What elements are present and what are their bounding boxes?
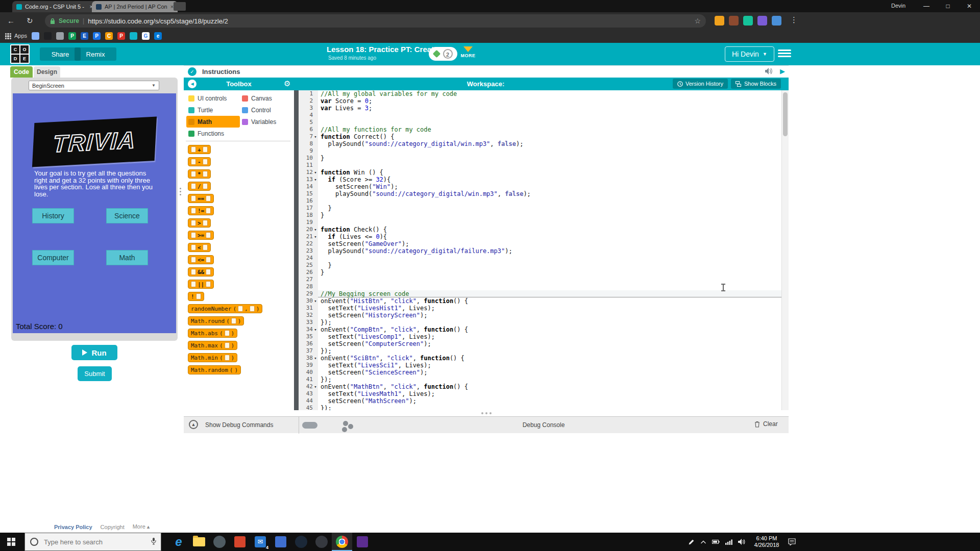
code-line[interactable]: 39 setText("LivesSci1", Lives);	[299, 362, 789, 369]
taskbar-app-red-icon[interactable]	[230, 533, 250, 551]
extension-icon[interactable]	[743, 16, 753, 26]
toolbox-category-variables[interactable]: Variables	[240, 116, 292, 128]
show-blocks-button[interactable]: Show Blocks	[731, 79, 781, 89]
app-button-science[interactable]: Science	[106, 208, 148, 223]
privacy-policy-link[interactable]: Privacy Policy	[54, 524, 92, 530]
speaker-icon[interactable]	[738, 539, 745, 545]
bookmark-icon[interactable]: P	[117, 32, 125, 40]
code-line[interactable]: 19	[299, 219, 789, 226]
bookmark-icon[interactable]: e	[154, 32, 162, 40]
bookmark-star-icon[interactable]: ☆	[694, 17, 701, 25]
toolbox-block[interactable]: ==	[188, 194, 214, 203]
taskbar-clock[interactable]: 6:40 PM 4/26/2018	[751, 535, 782, 548]
screen-select[interactable]: BeginScreen ▼	[29, 81, 159, 90]
extension-icon[interactable]	[757, 16, 767, 26]
toolbox-block[interactable]: <	[188, 243, 211, 252]
editor-debug-resize-handle[interactable]	[184, 410, 789, 416]
taskbar-search[interactable]	[24, 533, 161, 551]
microphone-icon[interactable]	[151, 537, 157, 547]
code-line[interactable]: 32 setScreen("HistoryScreen");	[299, 312, 789, 319]
code-line[interactable]: 35 setText("LivesComp1", Lives);	[299, 333, 789, 340]
toolbox-block[interactable]: &&	[188, 267, 214, 277]
gear-icon[interactable]: ⚙	[284, 79, 290, 88]
window-maximize-button[interactable]: □	[937, 0, 959, 12]
toolbox-block[interactable]: Math.abs()	[188, 329, 237, 338]
toolbox-block[interactable]: +	[188, 145, 211, 154]
toolbox-block[interactable]: <=	[188, 255, 214, 264]
taskbar-edge-icon[interactable]: e	[168, 533, 189, 551]
fold-arrow-icon[interactable]: ▾	[313, 169, 318, 176]
toolbox-category-ui-controls[interactable]: UI controls	[186, 92, 240, 104]
code-line[interactable]: 14 setScreen("Win");	[299, 183, 789, 190]
toolbox-category-control[interactable]: Control	[240, 104, 292, 116]
code-line[interactable]: 34▾onEvent("CompBtn", "click", function(…	[299, 326, 789, 333]
code-org-logo[interactable]: CODE	[10, 44, 30, 64]
bookmark-icon[interactable]: G	[142, 32, 150, 40]
code-line[interactable]: 17 }	[299, 205, 789, 212]
app-button-history[interactable]: History	[32, 208, 74, 223]
toolbox-block[interactable]: Math.max()	[188, 341, 237, 350]
window-close-button[interactable]: ✕	[959, 0, 980, 12]
code-line[interactable]: 25 }	[299, 262, 789, 269]
toolbox-block[interactable]: -	[188, 157, 211, 166]
clear-console-button[interactable]: Clear	[754, 420, 778, 428]
show-debug-commands-label[interactable]: Show Debug Commands	[205, 421, 273, 429]
bookmark-icon[interactable]	[56, 32, 64, 40]
toolbox-block[interactable]: *	[188, 169, 211, 179]
toolbox-block[interactable]: !	[188, 292, 204, 301]
play-instructions-icon[interactable]: ▶	[780, 67, 785, 75]
url-text[interactable]: https://studio.code.org/s/csp5/stage/18/…	[88, 17, 228, 25]
refresh-icon[interactable]: ↻	[27, 16, 33, 26]
bookmark-icon[interactable]	[32, 32, 39, 40]
fold-arrow-icon[interactable]: ▾	[313, 383, 318, 390]
bookmark-icon[interactable]: E	[81, 32, 88, 40]
code-editor[interactable]: 1//All my global variables for my code2v…	[299, 90, 789, 410]
taskbar-app-dark-icon[interactable]	[311, 533, 332, 551]
code-line[interactable]: 45});	[299, 405, 789, 410]
panel-resize-grip[interactable]	[179, 184, 182, 199]
bookmark-icon[interactable]: P	[68, 32, 76, 40]
notification-center-icon[interactable]	[788, 538, 796, 545]
instructions-icon[interactable]: ✓	[188, 67, 197, 76]
code-line[interactable]: 31 setText("LivesHist1", Lives);	[299, 305, 789, 312]
user-menu-button[interactable]: Hi Devin ▼	[725, 46, 774, 62]
network-icon[interactable]	[725, 539, 732, 545]
code-line[interactable]: 41});	[299, 376, 789, 383]
hamburger-menu-icon[interactable]	[778, 49, 791, 57]
toolbox-block[interactable]: >	[188, 218, 211, 228]
code-line[interactable]: 28	[299, 283, 789, 290]
code-line[interactable]: 44 setScreen("MathScreen");	[299, 397, 789, 405]
taskbar-mail-icon[interactable]: ✉4	[250, 533, 271, 551]
code-line[interactable]: 5	[299, 119, 789, 126]
code-line[interactable]: 20▾function Check() {	[299, 226, 789, 233]
fold-arrow-icon[interactable]: ▾	[313, 133, 318, 140]
code-line[interactable]: 21▾ if (Lives <= 0){	[299, 233, 789, 240]
back-icon[interactable]: ←	[7, 16, 15, 26]
code-line[interactable]: 10}	[299, 155, 789, 162]
code-line[interactable]: 29//My Begging screen code	[299, 290, 789, 297]
taskbar-app-gray-icon[interactable]	[209, 533, 230, 551]
toolbox-block[interactable]: Math.round()	[188, 316, 244, 325]
browser-tab-inactive[interactable]: AP | 2nd Period | AP Con ×	[92, 1, 178, 12]
taskbar-chrome-icon[interactable]	[332, 533, 352, 551]
search-input[interactable]	[43, 538, 139, 546]
new-tab-button[interactable]	[174, 2, 186, 11]
code-line[interactable]: 26}	[299, 269, 789, 276]
fold-arrow-icon[interactable]: ▾	[313, 297, 318, 305]
show-debug-toggle-icon[interactable]: ▲	[189, 420, 198, 429]
code-line[interactable]: 6//All my functions for my code	[299, 126, 789, 133]
toolbox-block[interactable]: randomNumber(,)	[188, 304, 262, 313]
toolbox-category-canvas[interactable]: Canvas	[240, 92, 292, 104]
bookmark-icon[interactable]	[130, 32, 137, 40]
bookmark-icon[interactable]: C	[105, 32, 113, 40]
code-line[interactable]: 11	[299, 162, 789, 169]
submit-button[interactable]: Submit	[78, 366, 112, 381]
code-line[interactable]: 9	[299, 147, 789, 155]
code-line[interactable]: 13▾ if (Score >= 32){	[299, 176, 789, 183]
code-line[interactable]: 15 playSound("sound://category_digital/w…	[299, 190, 789, 197]
browser-menu-icon[interactable]: ⋮	[790, 15, 798, 24]
code-line[interactable]: 40 setScreen("ScienceScreen");	[299, 369, 789, 376]
battery-icon[interactable]	[712, 539, 720, 544]
code-line[interactable]: 27	[299, 276, 789, 283]
code-line[interactable]: 38▾onEvent("SciBtn", "click", function()…	[299, 355, 789, 362]
